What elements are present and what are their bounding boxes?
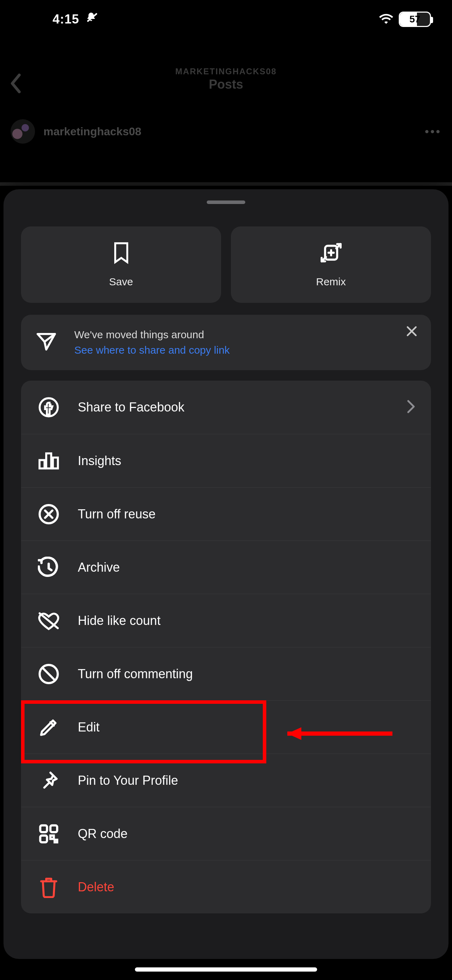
menu-label: Share to Facebook [78,400,184,415]
svg-rect-23 [51,835,54,839]
menu-qr-code[interactable]: QR code [21,807,431,860]
wifi-icon [379,13,393,25]
menu-delete[interactable]: Delete [21,860,431,913]
action-sheet: Save Remix We've moved things [3,189,449,959]
facebook-icon [37,396,61,418]
page-header: MARKETINGHACKS08 Posts marketinghacks08 … [0,38,452,182]
notice-link[interactable]: See where to share and copy link [74,344,230,356]
qr-code-icon [37,824,61,844]
svg-rect-22 [40,835,47,842]
menu-insights[interactable]: Insights [21,434,431,487]
menu-turn-off-commenting[interactable]: Turn off commenting [21,647,431,700]
sheet-grabber[interactable] [207,200,245,204]
header-overline: MARKETINGHACKS08 [0,67,452,76]
svg-rect-10 [40,460,45,468]
notice-text: We've moved things around [74,329,230,341]
status-bar: 4:15 57 [0,0,452,38]
menu-pin-profile[interactable]: Pin to Your Profile [21,754,431,807]
menu-label: Turn off reuse [78,507,156,522]
menu-label: Delete [78,880,114,894]
pin-icon [37,770,61,791]
svg-rect-11 [46,453,51,468]
close-icon[interactable] [406,325,418,339]
menu-label: Hide like count [78,613,161,628]
svg-line-19 [51,722,54,725]
svg-rect-12 [53,457,58,468]
bookmark-icon [111,242,132,265]
menu-label: Archive [78,560,120,575]
menu-label: Turn off commenting [78,667,193,681]
share-plane-icon [35,331,57,354]
svg-rect-20 [40,825,47,832]
avatar[interactable] [11,119,35,144]
svg-rect-21 [51,825,57,832]
header-title: Posts [0,77,452,92]
bar-chart-icon [37,451,61,471]
menu-share-facebook[interactable]: Share to Facebook [21,381,431,434]
remix-icon [319,242,344,265]
menu-archive[interactable]: Archive [21,541,431,594]
account-row[interactable]: marketinghacks08 ••• [0,119,452,144]
menu-list: Share to Facebook Insights [21,381,431,913]
x-circle-icon [37,503,61,525]
menu-label: Edit [78,720,100,735]
silent-bell-icon [85,11,97,27]
menu-edit[interactable]: Edit [21,700,431,754]
comment-off-icon [37,663,61,685]
save-label: Save [109,276,133,288]
archive-icon [37,557,61,578]
battery-icon: 57 [399,11,431,27]
trash-icon [37,876,61,898]
home-indicator[interactable] [0,959,452,980]
heart-slash-icon [37,611,61,631]
menu-label: Pin to Your Profile [78,773,178,788]
svg-line-18 [42,667,55,680]
notice-card[interactable]: We've moved things around See where to s… [21,315,431,370]
more-button[interactable]: ••• [425,125,441,138]
menu-hide-likes[interactable]: Hide like count [21,594,431,647]
status-time: 4:15 [53,12,79,27]
chevron-right-icon [406,399,415,415]
remix-tile[interactable]: Remix [231,226,431,303]
account-name: marketinghacks08 [43,125,141,138]
menu-label: QR code [78,826,127,841]
menu-label: Insights [78,453,121,468]
svg-rect-24 [55,840,57,842]
save-tile[interactable]: Save [21,226,221,303]
battery-percent: 57 [400,14,430,25]
dim-divider [0,182,452,186]
remix-label: Remix [316,276,346,288]
menu-turn-off-reuse[interactable]: Turn off reuse [21,487,431,541]
pencil-icon [37,717,61,737]
